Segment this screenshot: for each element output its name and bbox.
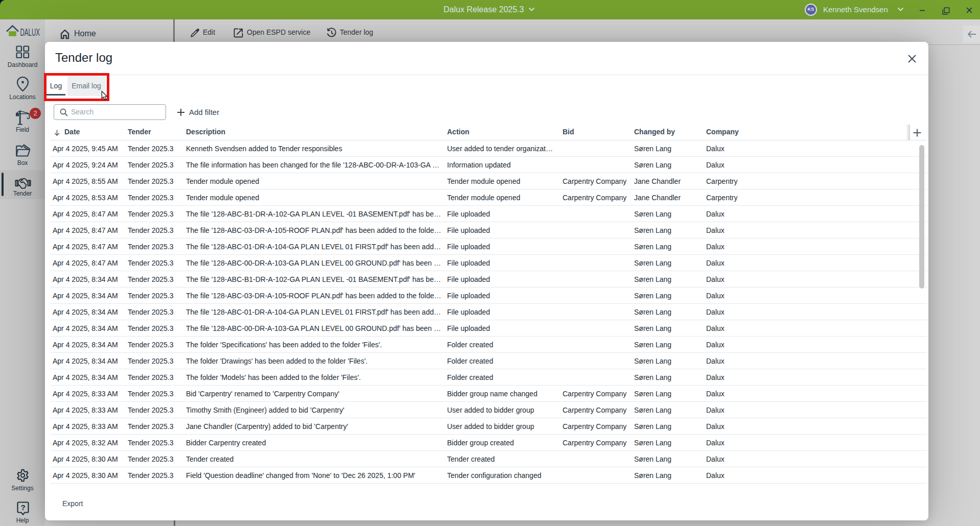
svg-text:?: ?: [20, 503, 25, 512]
svg-text:DALUX: DALUX: [20, 26, 40, 38]
